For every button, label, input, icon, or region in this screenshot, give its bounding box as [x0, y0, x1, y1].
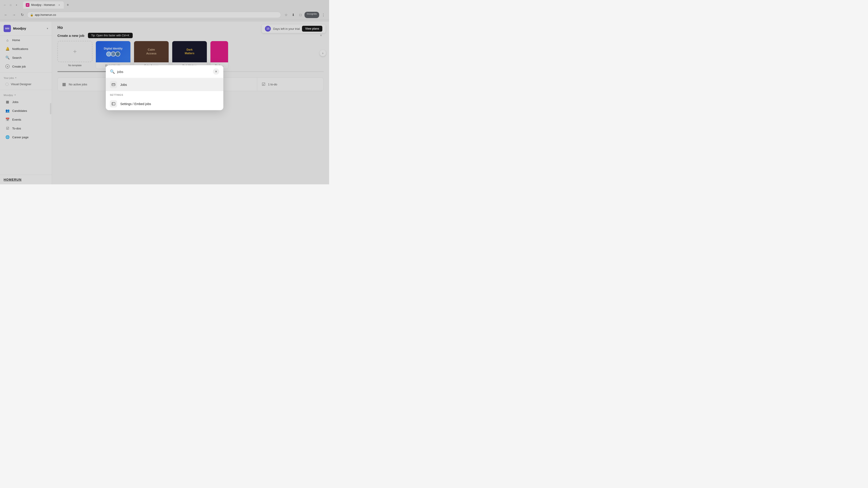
search-result-jobs-label: Jobs [120, 83, 127, 87]
search-modal-input[interactable] [117, 70, 211, 73]
search-modal-close-button[interactable]: × [213, 68, 219, 75]
search-result-embed-jobs-label: Settings / Embed jobs [120, 102, 151, 106]
search-result-embed-jobs[interactable]: Settings / Embed jobs [106, 98, 223, 110]
search-result-jobs[interactable]: Jobs [106, 78, 223, 91]
search-result-jobs-icon [110, 81, 117, 88]
search-modal-search-icon: 🔍 [110, 69, 115, 74]
search-modal: 🔍 × Jobs Settings Settings / Embed jobs [106, 65, 223, 110]
svg-rect-0 [112, 84, 115, 86]
search-settings-section-label: Settings [106, 91, 223, 98]
search-modal-header: 🔍 × [106, 65, 223, 78]
search-result-embed-jobs-icon [110, 100, 117, 107]
svg-rect-2 [112, 103, 115, 105]
